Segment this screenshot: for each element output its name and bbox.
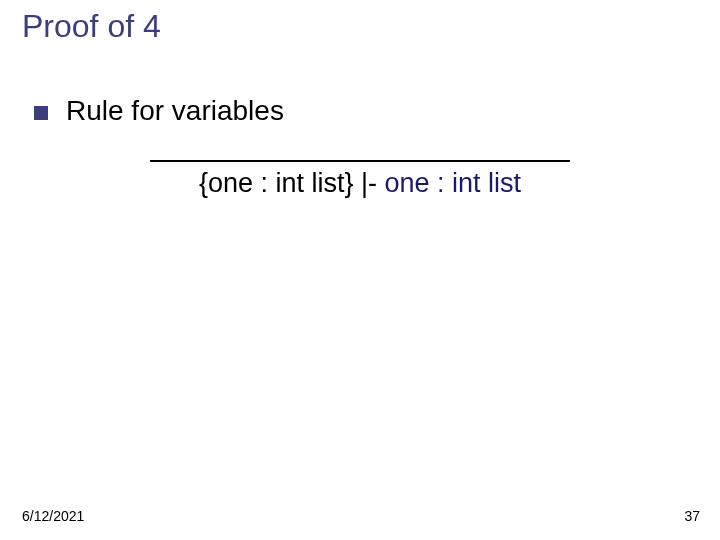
footer-date: 6/12/2021: [22, 508, 84, 524]
judgment-colon: :: [430, 168, 453, 198]
typing-judgment: {one : int list} |- one : int list: [150, 168, 570, 199]
bullet-item: Rule for variables: [34, 95, 284, 127]
inference-rule: {one : int list} |- one : int list: [150, 160, 570, 199]
judgment-var: one: [385, 168, 430, 198]
judgment-type: int list: [452, 168, 521, 198]
judgment-context: {one : int list} |-: [199, 168, 385, 198]
slide-title: Proof of 4: [22, 8, 161, 45]
bullet-text: Rule for variables: [66, 95, 284, 127]
slide: Proof of 4 Rule for variables {one : int…: [0, 0, 720, 540]
bullet-square-icon: [34, 106, 48, 120]
footer-page-number: 37: [684, 508, 700, 524]
rule-divider: [150, 160, 570, 162]
